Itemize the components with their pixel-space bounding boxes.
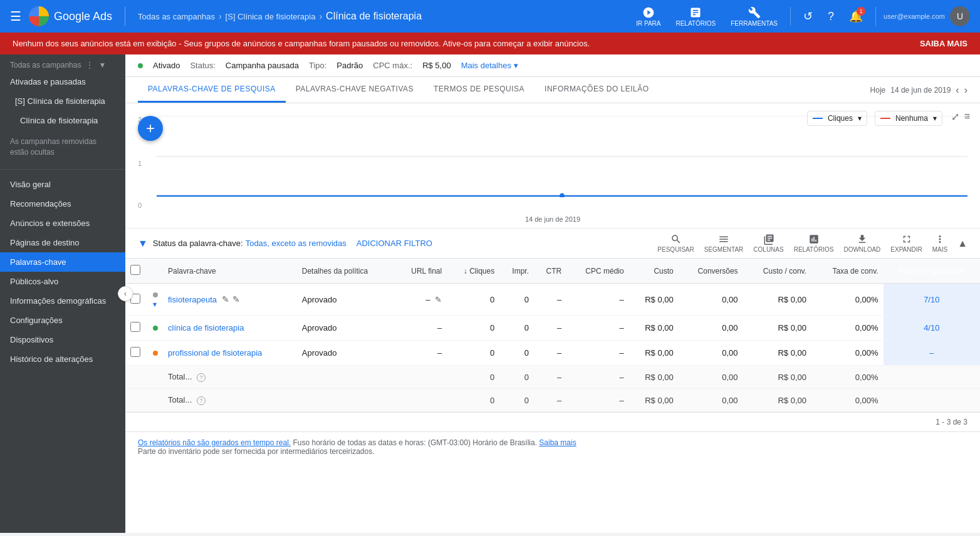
total1-impr: 0 (499, 366, 534, 389)
row1-bid-icon[interactable]: ✎ (232, 294, 240, 304)
all-campaigns-header[interactable]: Todas as campanhas ⋮ ▼ (0, 54, 125, 72)
download-action-label: DOWNLOAD (843, 246, 880, 253)
sidebar-nav-anuncios[interactable]: Anúncios e extensões (0, 214, 125, 233)
date-next-btn[interactable]: › (964, 85, 967, 96)
sidebar-nav-historico[interactable]: Histórico de alterações (0, 349, 125, 369)
tab-leilao[interactable]: INFORMAÇÕES DO LEILÃO (534, 77, 659, 103)
main-layout: Todas as campanhas ⋮ ▼ Ativadas e pausad… (0, 54, 980, 533)
total1-ctr: – (534, 366, 566, 389)
ferramentas-label: FERRAMENTAS (731, 20, 778, 27)
row2-checkbox[interactable] (130, 322, 140, 332)
sidebar-nav-label: Dispositivos (10, 335, 53, 344)
hamburger-icon[interactable]: ☰ (10, 9, 21, 24)
header-divider (125, 7, 125, 26)
notifications-btn[interactable]: 🔔 1 (844, 4, 868, 28)
sidebar-nav-configuracoes[interactable]: Configurações (0, 311, 125, 330)
row1-status-expand[interactable]: ▾ (153, 300, 157, 309)
segment-action-btn[interactable]: SEGMENTAR (704, 234, 744, 253)
col-keyword-label: Palavra-chave (168, 267, 216, 276)
collapse-table-btn[interactable]: ▲ (957, 238, 967, 249)
sidebar-nav-recomendacoes[interactable]: Recomendações (0, 194, 125, 214)
breadcrumb-l2[interactable]: [S] Clínica de fisioterapia (226, 12, 316, 21)
row3-conv-cell: 0,00 (679, 341, 743, 366)
more-options-icon[interactable]: ⋮ (86, 61, 93, 70)
sidebar-item-clinica-s[interactable]: [S] Clínica de fisioterapia (0, 91, 125, 111)
expand-action-btn[interactable]: EXPANDIR (890, 234, 922, 253)
sidebar-wrapper: Todas as campanhas ⋮ ▼ Ativadas e pausad… (0, 54, 125, 533)
total1-info-icon[interactable]: ? (197, 373, 206, 382)
refresh-btn[interactable]: ↺ (798, 4, 818, 28)
row1-impr-cell: 0 (499, 284, 534, 316)
row1-keyword-name[interactable]: fisioterapeuta (168, 295, 217, 304)
tab-termos[interactable]: TERMOS DE PESQUISA (424, 77, 534, 103)
sidebar: Todas as campanhas ⋮ ▼ Ativadas e pausad… (0, 54, 125, 533)
total2-url (395, 389, 447, 412)
sidebar-nav-demograficas[interactable]: Informações demográficas (0, 291, 125, 311)
row1-url-edit-icon[interactable]: ✎ (435, 295, 442, 304)
breadcrumb-l1[interactable]: Todas as campanhas (138, 12, 215, 21)
select-all-checkbox[interactable] (130, 265, 140, 275)
pagination-label: 1 - 3 de 3 (936, 418, 967, 426)
table-row: profissional de fisioterapia Aprovado – … (125, 341, 980, 366)
keywords-table: Palavra-chave Detalhes da política URL f… (125, 259, 980, 412)
sidebar-nav-paginas[interactable]: Páginas de destino (0, 233, 125, 252)
filter-label: Status da palavra-chave: (153, 239, 243, 248)
row2-keyword-name[interactable]: clínica de fisioterapia (168, 323, 244, 332)
tab-negativas[interactable]: PALAVRAS-CHAVE NEGATIVAS (286, 77, 424, 103)
help-btn[interactable]: ? (823, 5, 839, 28)
row3-status-dot (153, 351, 158, 356)
columns-action-btn[interactable]: COLUNAS (753, 234, 783, 253)
download-action-btn[interactable]: DOWNLOAD (843, 234, 880, 253)
add-filter-btn[interactable]: ADICIONAR FILTRO (357, 239, 432, 248)
sidebar-message: As campanhas removidas estão ocultas (0, 130, 125, 164)
more-details-label: Mais detalhes (461, 61, 511, 70)
sidebar-nav-palavras-chave[interactable]: Palavras-chave (0, 252, 125, 272)
sidebar-nav-dispositivos[interactable]: Dispositivos (0, 330, 125, 349)
ir-para-btn[interactable]: IR PARA (631, 4, 665, 29)
row2-quality-cell: 4/10 (884, 316, 980, 341)
relatorios-btn[interactable]: RELATÓRIOS (670, 4, 721, 29)
bottom-line3: Parte do inventário pode ser fornecida p… (138, 447, 375, 456)
sidebar-toggle-btn[interactable]: ‹ (118, 286, 133, 301)
bottom-realtime-link[interactable]: Os relatórios não são gerados em tempo r… (138, 438, 291, 447)
breadcrumb: Todas as campanhas › [S] Clínica de fisi… (138, 11, 422, 22)
row3-checkbox[interactable] (130, 347, 140, 357)
sidebar-item-ativadas[interactable]: Ativadas e pausadas (0, 72, 125, 91)
col-clicks[interactable]: ↓ Cliques (447, 259, 499, 284)
tab-pesquisa[interactable]: PALAVRAS-CHAVE DE PESQUISA (138, 77, 286, 103)
sidebar-item-clinica[interactable]: Clínica de fisioterapia (0, 111, 125, 130)
sidebar-nav-visao-geral[interactable]: Visão geral (0, 175, 125, 194)
chevron-down-icon: ▾ (514, 61, 518, 70)
content-area: Ativado Status: Campanha pausada Tipo: P… (125, 54, 980, 533)
search-action-btn[interactable]: PESQUISAR (657, 234, 694, 253)
date-label: Hoje (870, 86, 886, 95)
col-custo-label: Custo (654, 267, 673, 276)
info-sep-3: CPC máx.: (373, 61, 412, 70)
user-avatar[interactable]: U (950, 6, 970, 26)
row2-taxa-cell: 0,00% (811, 316, 884, 341)
ferramentas-btn[interactable]: FERRAMENTAS (726, 4, 783, 29)
date-prev-btn[interactable]: ‹ (956, 85, 959, 96)
table-row: clínica de fisioterapia Aprovado – 0 0 –… (125, 316, 980, 341)
row1-custo-cell: R$ 0,00 (629, 284, 679, 316)
row2-checkbox-cell (125, 316, 148, 341)
reports-action-btn[interactable]: RELATÓRIOS (794, 234, 834, 253)
filter-value[interactable]: Todas, exceto as removidas (246, 239, 347, 248)
more-action-btn[interactable]: MAIS (932, 234, 947, 253)
row3-keyword-name[interactable]: profissional de fisioterapia (168, 348, 262, 358)
col-indice-label: Índice de qualidade (899, 267, 964, 276)
google-logo-icon (29, 6, 49, 26)
bottom-saiba-link[interactable]: Saiba mais (539, 438, 576, 447)
row3-url-cell: – (395, 341, 447, 366)
row1-status-cell: ▾ (148, 284, 163, 316)
row2-keyword-cell: clínica de fisioterapia (163, 316, 297, 341)
alert-cta[interactable]: SAIBA MAIS (920, 39, 967, 48)
sidebar-nav-publicos[interactable]: Públicos-alvo (0, 272, 125, 291)
total2-info-icon[interactable]: ? (197, 396, 206, 405)
add-keyword-fab[interactable]: + (138, 116, 163, 141)
row2-status-cell (148, 316, 163, 341)
col-ctr-label: CTR (546, 267, 562, 276)
more-details-btn[interactable]: Mais detalhes ▾ (461, 61, 518, 70)
row1-edit-icon[interactable]: ✎ (222, 294, 229, 304)
expand-icon[interactable]: ▼ (98, 61, 106, 70)
